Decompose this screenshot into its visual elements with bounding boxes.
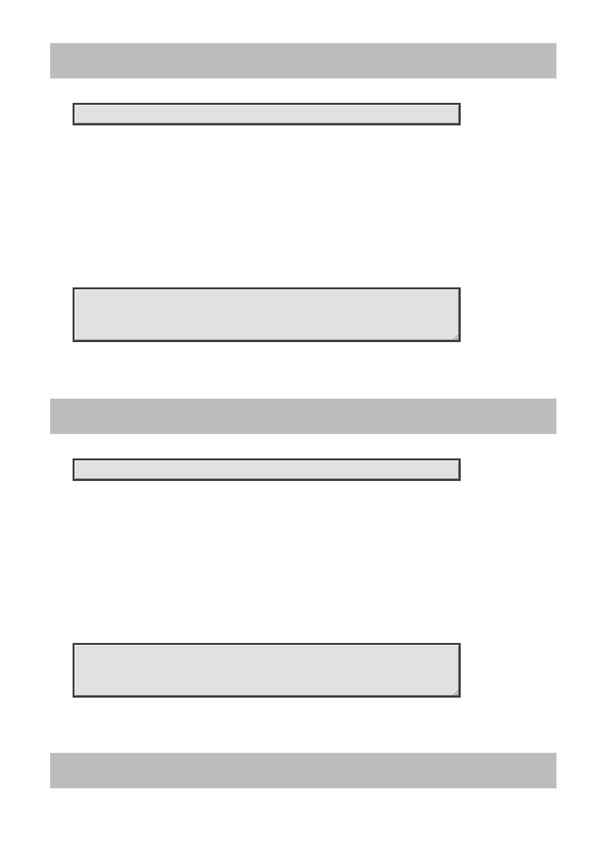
text-input-2[interactable]: [73, 458, 461, 481]
section-header-2: [50, 399, 556, 434]
section-header-1: [50, 43, 556, 78]
section-header-3: [50, 753, 556, 788]
textarea-2[interactable]: [73, 643, 461, 698]
text-input-1[interactable]: [73, 103, 461, 125]
textarea-1[interactable]: [73, 287, 461, 342]
